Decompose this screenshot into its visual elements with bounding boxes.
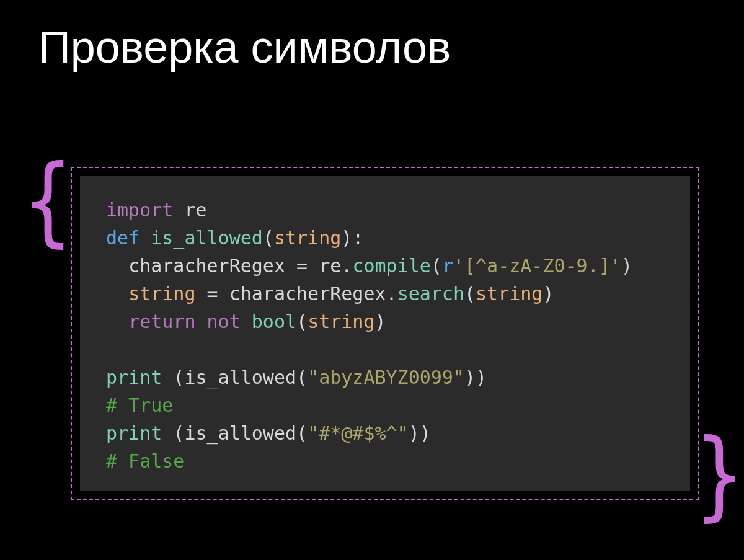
code-content: import re def is_allowed(string): charac… xyxy=(106,196,690,475)
call-bool: bool xyxy=(252,311,296,332)
kw-import: import xyxy=(106,199,173,221)
var-characherRegex: characherRegex xyxy=(128,255,285,277)
comment-false: # False xyxy=(106,450,184,472)
slide-title: Проверка символов xyxy=(38,22,451,73)
kw-return: return xyxy=(128,311,195,332)
code-block: import re def is_allowed(string): charac… xyxy=(80,176,690,491)
var-string: string xyxy=(128,283,195,304)
mod-re: re xyxy=(184,199,206,221)
kw-def: def xyxy=(106,227,140,249)
call-print-2: print xyxy=(106,422,162,444)
string-literal-1: "abyzABYZ0099" xyxy=(308,367,464,388)
raw-prefix: r xyxy=(442,255,453,277)
kw-not: not xyxy=(207,311,241,332)
regex-literal: '[^a-zA-Z0-9.]' xyxy=(453,255,621,277)
param-string: string xyxy=(274,227,341,249)
call-search: search xyxy=(397,283,464,304)
call-is-allowed-2: is_allowed xyxy=(184,422,296,444)
fn-is-allowed: is_allowed xyxy=(151,227,263,249)
comment-true: # True xyxy=(106,394,173,416)
brace-open-icon: { xyxy=(24,152,72,249)
brace-close-icon: } xyxy=(696,426,744,523)
string-literal-2: "#*@#$%^" xyxy=(308,422,409,444)
call-print-1: print xyxy=(106,367,162,388)
call-compile: compile xyxy=(352,255,430,277)
call-is-allowed-1: is_allowed xyxy=(184,367,296,388)
